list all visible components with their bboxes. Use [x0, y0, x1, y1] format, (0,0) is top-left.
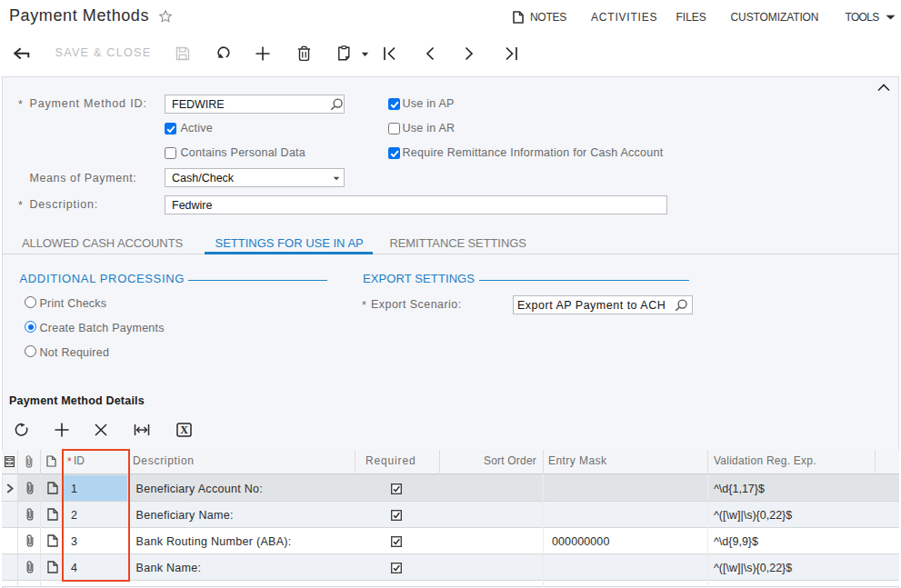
svg-text:X: X	[180, 424, 188, 436]
